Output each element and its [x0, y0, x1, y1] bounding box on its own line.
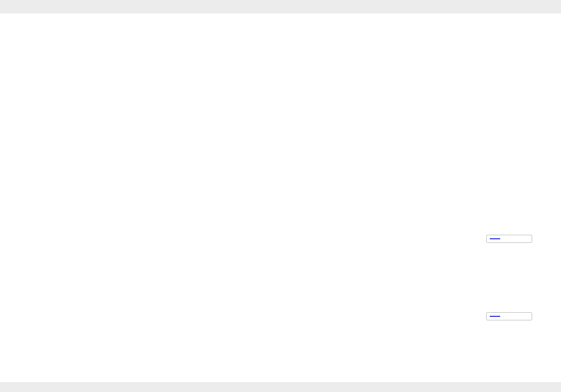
legend-line-sample [490, 238, 500, 239]
info-row [152, 23, 182, 30]
info-row [283, 33, 342, 38]
info-row [152, 16, 182, 22]
info-row [283, 27, 342, 32]
info-row [152, 39, 182, 45]
footer-bar [0, 382, 561, 392]
cut-x-legend [486, 235, 532, 243]
info-row [283, 15, 342, 20]
qc-report-page [0, 0, 561, 392]
cut-in-y-canvas [0, 0, 135, 68]
cut-y-legend [486, 312, 532, 320]
legend-line-sample [490, 316, 500, 317]
info-row [152, 31, 182, 37]
info-row [283, 21, 342, 26]
